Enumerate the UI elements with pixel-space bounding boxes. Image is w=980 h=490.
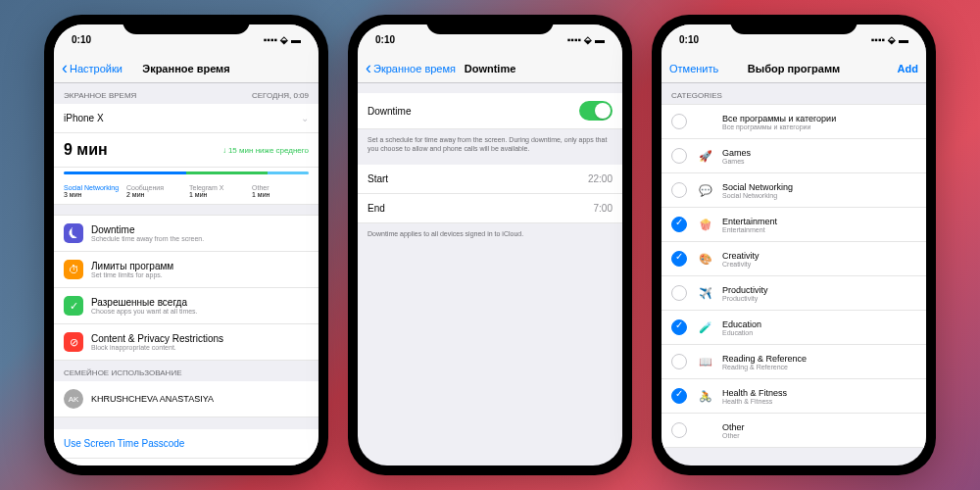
category-icon: 📖: [697, 353, 714, 370]
back-button[interactable]: Настройки: [62, 58, 122, 78]
categories-header: CATEGORIES: [662, 83, 926, 104]
chevron-icon: ⌄: [301, 113, 309, 123]
end-time-row[interactable]: End 7:00: [358, 194, 622, 223]
wifi-icon: ⬙: [888, 34, 896, 45]
category-row[interactable]: OtherOther: [662, 414, 926, 448]
usage-item: Сообщения2 мин: [126, 184, 183, 198]
category-row[interactable]: 🚴Health & FitnessHealth & Fitness: [662, 379, 926, 414]
nav-title: Downtime: [465, 63, 516, 74]
category-checkbox[interactable]: [671, 182, 687, 198]
menu-item[interactable]: ✓Разрешенные всегдаChoose apps you want …: [54, 288, 318, 324]
category-checkbox[interactable]: [671, 388, 687, 404]
category-title: Productivity: [722, 285, 768, 295]
category-subtitle: Games: [722, 158, 751, 165]
usage-item: Social Networking3 мин: [64, 184, 121, 198]
usage-item: Telegram X1 мин: [189, 184, 246, 198]
category-row[interactable]: 🚀GamesGames: [662, 139, 926, 173]
menu-icon: ⏾: [64, 223, 83, 243]
menu-title: Лимиты программ: [91, 261, 309, 271]
menu-icon: ⏱: [64, 260, 83, 279]
category-checkbox[interactable]: [671, 114, 687, 129]
category-checkbox[interactable]: [671, 422, 687, 438]
menu-item[interactable]: ⏾DowntimeSchedule time away from the scr…: [54, 215, 318, 252]
start-time-row[interactable]: Start 22:00: [358, 165, 622, 194]
downtime-toggle-row[interactable]: Downtime: [358, 93, 622, 129]
device-row[interactable]: iPhone X ⌄: [54, 104, 318, 133]
category-subtitle: Entertainment: [722, 226, 777, 233]
content-scroll[interactable]: CATEGORIES Все программы и категорииВсе …: [662, 83, 926, 466]
category-icon: 🍿: [697, 216, 714, 233]
turn-off-link[interactable]: Turn Off Screen Time: [54, 459, 318, 466]
downtime-toggle[interactable]: [579, 101, 612, 121]
category-row[interactable]: 🍿EntertainmentEntertainment: [662, 208, 926, 242]
add-button[interactable]: Add: [898, 63, 918, 74]
wifi-icon: ⬙: [584, 34, 592, 45]
category-title: Games: [722, 148, 751, 158]
category-subtitle: Productivity: [722, 295, 768, 302]
category-row[interactable]: ✈️ProductivityProductivity: [662, 276, 926, 311]
back-button[interactable]: Экранное время: [366, 58, 456, 78]
category-row[interactable]: 🧪EducationEducation: [662, 311, 926, 345]
downtime-footer: Downtime applies to all devices signed i…: [358, 223, 622, 244]
phone-downtime: 0:10 ▪▪▪▪⬙▬ Экранное время Downtime Down…: [348, 15, 632, 475]
category-title: Health & Fitness: [722, 388, 787, 398]
menu-icon: ⊘: [64, 332, 83, 352]
usage-item: Other1 мин: [252, 184, 309, 198]
category-title: Entertainment: [722, 217, 777, 226]
avatar: AK: [64, 389, 83, 409]
total-time-row[interactable]: 9 мин 15 мин ниже среднего: [54, 133, 318, 168]
end-label: End: [368, 203, 594, 214]
category-row[interactable]: Все программы и категорииВсе программы и…: [662, 104, 926, 139]
status-time: 0:10: [375, 34, 395, 45]
usage-bar: [54, 168, 318, 178]
battery-icon: ▬: [595, 34, 605, 45]
category-subtitle: Other: [722, 432, 745, 439]
family-name: KHRUSHCHEVA ANASTASIYA: [91, 394, 214, 404]
signal-icon: ▪▪▪▪: [567, 34, 581, 45]
category-icon: 🧪: [697, 318, 714, 336]
category-icon: ✈️: [697, 284, 714, 302]
category-row[interactable]: 📖Reading & ReferenceReading & Reference: [662, 345, 926, 379]
signal-icon: ▪▪▪▪: [264, 34, 277, 45]
cancel-button[interactable]: Отменить: [669, 63, 718, 74]
category-icon: [697, 113, 714, 130]
start-value: 22:00: [588, 173, 612, 184]
category-subtitle: Reading & Reference: [722, 364, 807, 370]
section-header-usage: ЭКРАННОЕ ВРЕМЯ Сегодня, 0:09: [54, 83, 318, 104]
content-scroll[interactable]: ЭКРАННОЕ ВРЕМЯ Сегодня, 0:09 iPhone X ⌄ …: [54, 83, 318, 466]
section-header-family: СЕМЕЙНОЕ ИСПОЛЬЗОВАНИЕ: [54, 361, 318, 381]
phone-app-picker: 0:10 ▪▪▪▪⬙▬ Отменить Выбор программ Add …: [652, 15, 936, 475]
toggle-label: Downtime: [368, 106, 579, 117]
content-scroll[interactable]: Downtime Set a schedule for time away fr…: [358, 83, 622, 466]
category-icon: 💬: [697, 181, 714, 199]
notch: [122, 15, 250, 34]
trend-label: 15 мин ниже среднего: [222, 146, 309, 155]
total-time: 9 мин: [64, 141, 108, 159]
category-checkbox[interactable]: [671, 217, 687, 232]
family-member-row[interactable]: AK KHRUSHCHEVA ANASTASIYA: [54, 381, 318, 417]
passcode-link[interactable]: Use Screen Time Passcode: [54, 429, 318, 459]
category-row[interactable]: 🎨CreativityCreativity: [662, 242, 926, 276]
toggle-description: Set a schedule for time away from the sc…: [358, 129, 622, 159]
category-checkbox[interactable]: [671, 148, 687, 164]
category-subtitle: Health & Fitness: [722, 398, 787, 405]
menu-subtitle: Block inappropriate content.: [91, 344, 309, 351]
category-checkbox[interactable]: [671, 285, 687, 301]
category-title: Education: [722, 319, 761, 329]
notch: [426, 15, 554, 34]
category-icon: 🚀: [697, 147, 714, 165]
category-checkbox[interactable]: [671, 354, 687, 369]
menu-icon: ✓: [64, 296, 83, 316]
nav-bar: Настройки Экранное время: [54, 54, 318, 83]
category-row[interactable]: 💬Social NetworkingSocial Networking: [662, 173, 926, 208]
category-checkbox[interactable]: [671, 251, 687, 267]
menu-item[interactable]: ⏱Лимиты программSet time limits for apps…: [54, 252, 318, 288]
category-checkbox[interactable]: [671, 319, 687, 335]
nav-bar: Отменить Выбор программ Add: [662, 54, 926, 83]
battery-icon: ▬: [899, 34, 908, 45]
menu-item[interactable]: ⊘Content & Privacy RestrictionsBlock ina…: [54, 324, 318, 361]
category-title: Reading & Reference: [722, 354, 807, 364]
nav-title: Выбор программ: [748, 63, 840, 74]
category-icon: 🎨: [697, 250, 714, 268]
category-subtitle: Education: [722, 329, 761, 336]
